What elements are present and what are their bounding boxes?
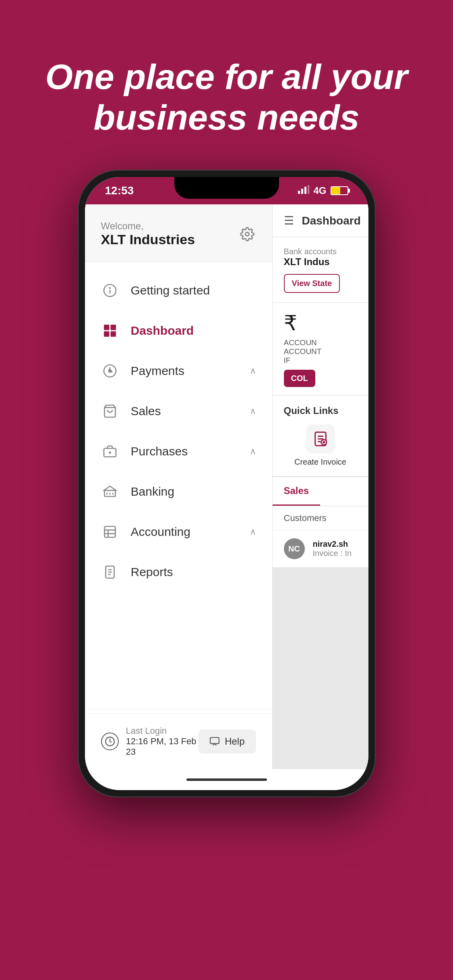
sidebar-item-banking[interactable]: Banking	[85, 471, 272, 512]
customer-initials: NC	[288, 544, 300, 554]
sidebar-item-accounting[interactable]: Accounting ∧	[85, 512, 272, 552]
create-invoice-label: Create Invoice	[294, 457, 346, 467]
battery-icon	[331, 186, 348, 195]
company-name: XLT Industries	[101, 232, 195, 247]
svg-rect-2	[304, 187, 306, 194]
bank-accounts-label: Bank accounts	[284, 247, 357, 256]
quick-links-title: Quick Links	[284, 405, 357, 416]
account-line-1: ACCOUN	[284, 338, 357, 347]
banking-icon	[101, 483, 119, 500]
network-label: 4G	[313, 185, 326, 196]
accounting-chevron: ∧	[250, 527, 256, 537]
purchases-label: Purchases	[131, 445, 238, 458]
clock-icon	[101, 733, 119, 750]
dashboard-label: Dashboard	[131, 324, 256, 338]
home-indicator	[85, 769, 368, 790]
help-button[interactable]: Help	[198, 729, 256, 754]
svg-point-13	[108, 369, 112, 373]
svg-rect-0	[298, 191, 300, 194]
dashboard-area: ☰ Dashboard Bank accounts XLT Indus View…	[273, 204, 368, 769]
svg-rect-10	[104, 331, 110, 337]
collect-button[interactable]: COL	[284, 370, 315, 387]
sidebar: Welcome, XLT Industries	[85, 204, 273, 769]
nav-divider	[85, 709, 272, 709]
customer-invoice: Invoice : In	[313, 549, 352, 558]
phone-screen: 12:53 4G	[85, 177, 368, 790]
last-login-value: 12:16 PM, 13 Feb 23	[126, 736, 199, 757]
hero-headline: One place for all your business needs	[24, 56, 429, 138]
svg-rect-22	[104, 527, 115, 537]
sidebar-item-purchases[interactable]: Purchases ∧	[85, 431, 272, 471]
payments-label: Payments	[131, 364, 238, 378]
view-statement-button[interactable]: View State	[284, 274, 340, 293]
status-bar: 12:53 4G	[85, 177, 368, 204]
sidebar-footer: Last Login 12:16 PM, 13 Feb 23 Help	[85, 713, 272, 769]
customer-name: nirav2.sh	[313, 539, 352, 549]
create-invoice-button[interactable]: Create Invoice	[284, 424, 357, 467]
reports-icon	[101, 563, 119, 581]
svg-rect-3	[308, 185, 309, 194]
sidebar-item-getting-started[interactable]: Getting started	[85, 270, 272, 311]
phone-frame: 12:53 4G	[78, 170, 376, 797]
settings-button[interactable]	[238, 225, 256, 243]
account-labels: ACCOUN ACCOUNT IF	[284, 338, 357, 365]
accounting-label: Accounting	[131, 525, 238, 539]
sales-tab-row: Sales	[273, 477, 368, 506]
payments-icon	[101, 362, 119, 380]
svg-rect-1	[301, 189, 303, 194]
banking-label: Banking	[131, 485, 256, 498]
sidebar-header: Welcome, XLT Industries	[85, 204, 272, 262]
hamburger-icon[interactable]: ☰	[284, 214, 294, 227]
sidebar-item-sales[interactable]: Sales ∧	[85, 391, 272, 431]
reports-label: Reports	[131, 565, 256, 579]
home-bar	[186, 778, 267, 781]
quick-links-section: Quick Links	[273, 395, 368, 477]
notch	[174, 177, 279, 199]
svg-rect-11	[110, 331, 116, 337]
purchases-chevron: ∧	[250, 446, 256, 457]
status-icons: 4G	[298, 185, 348, 196]
customer-info: nirav2.sh Invoice : In	[313, 539, 352, 558]
sidebar-item-dashboard[interactable]: Dashboard	[85, 311, 272, 351]
nav-items: Getting started Dashboard	[85, 262, 272, 705]
sidebar-header-text: Welcome, XLT Industries	[101, 220, 195, 247]
account-line-2: ACCOUNT	[284, 347, 357, 356]
customers-label: Customers	[273, 506, 368, 530]
sales-icon	[101, 402, 119, 420]
hero-section: One place for all your business needs	[0, 56, 453, 138]
last-login-label: Last Login	[126, 726, 199, 736]
status-time: 12:53	[105, 184, 134, 197]
dashboard-icon	[101, 322, 119, 340]
payments-chevron: ∧	[250, 366, 256, 376]
create-invoice-icon	[306, 424, 335, 453]
svg-rect-31	[210, 738, 219, 744]
bank-accounts-name: XLT Indus	[284, 256, 357, 268]
dashboard-title: Dashboard	[302, 214, 361, 227]
sidebar-item-payments[interactable]: Payments ∧	[85, 351, 272, 391]
customer-row: NC nirav2.sh Invoice : In	[273, 530, 368, 567]
dashboard-topbar: ☰ Dashboard	[273, 204, 368, 237]
rupee-symbol: ₹	[284, 311, 357, 335]
sales-label: Sales	[131, 404, 238, 418]
help-label: Help	[225, 736, 244, 747]
getting-started-label: Getting started	[131, 284, 256, 297]
welcome-label: Welcome,	[101, 220, 195, 232]
sales-tab-section: Sales Customers NC nirav2.sh Invoice : I…	[273, 477, 368, 567]
accounting-icon	[101, 523, 119, 541]
account-line-3: IF	[284, 356, 357, 365]
bank-accounts-card: Bank accounts XLT Indus View State	[273, 237, 368, 303]
info-icon	[101, 282, 119, 299]
sales-tab[interactable]: Sales	[273, 477, 321, 506]
signal-icon	[298, 185, 309, 196]
svg-rect-9	[110, 325, 116, 330]
rupee-section: ₹ ACCOUN ACCOUNT IF COL	[273, 303, 368, 395]
screen-content: Welcome, XLT Industries	[85, 204, 368, 769]
purchases-icon	[101, 443, 119, 460]
last-login-text: Last Login 12:16 PM, 13 Feb 23	[126, 726, 199, 757]
last-login: Last Login 12:16 PM, 13 Feb 23	[101, 726, 199, 757]
sales-chevron: ∧	[250, 406, 256, 416]
sidebar-item-reports[interactable]: Reports	[85, 552, 272, 592]
customer-avatar: NC	[284, 538, 305, 559]
svg-point-4	[245, 232, 249, 236]
svg-rect-8	[104, 325, 110, 330]
